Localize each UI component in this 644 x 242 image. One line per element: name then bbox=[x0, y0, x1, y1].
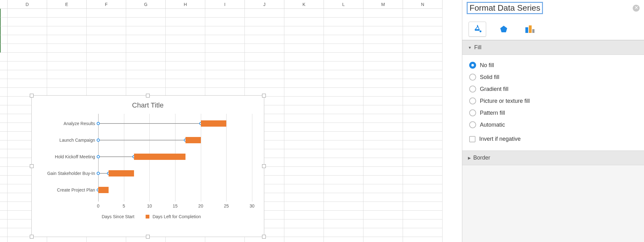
cell[interactable] bbox=[284, 140, 324, 149]
column-header[interactable]: D bbox=[8, 0, 47, 9]
column-header[interactable]: N bbox=[403, 0, 443, 9]
column-header[interactable]: F bbox=[87, 0, 126, 9]
resize-handle[interactable] bbox=[30, 164, 34, 168]
cell[interactable] bbox=[324, 176, 363, 184]
cell[interactable] bbox=[284, 149, 324, 158]
cell[interactable] bbox=[324, 97, 363, 105]
cell[interactable] bbox=[363, 44, 403, 53]
cell[interactable] bbox=[126, 53, 166, 61]
cell[interactable] bbox=[363, 26, 403, 35]
cell[interactable] bbox=[363, 237, 403, 242]
cell[interactable] bbox=[403, 53, 443, 61]
cell[interactable] bbox=[205, 79, 245, 88]
cell[interactable] bbox=[205, 18, 245, 26]
cell[interactable] bbox=[166, 35, 205, 44]
cell[interactable] bbox=[87, 9, 126, 18]
cell[interactable] bbox=[284, 105, 324, 114]
cell[interactable] bbox=[245, 44, 284, 53]
cell[interactable] bbox=[245, 79, 284, 88]
tab-effects[interactable] bbox=[495, 22, 513, 37]
cell[interactable] bbox=[363, 114, 403, 123]
cell[interactable] bbox=[8, 9, 47, 18]
cell[interactable] bbox=[363, 228, 403, 237]
tab-fill-line[interactable] bbox=[469, 22, 486, 37]
cell[interactable] bbox=[324, 237, 363, 242]
cell[interactable] bbox=[245, 9, 284, 18]
cell[interactable] bbox=[126, 44, 166, 53]
cell[interactable] bbox=[363, 219, 403, 228]
cell[interactable] bbox=[47, 70, 87, 79]
fill-option[interactable]: Picture or texture fill bbox=[469, 95, 637, 107]
cell[interactable] bbox=[363, 202, 403, 211]
cell[interactable] bbox=[245, 26, 284, 35]
cell[interactable] bbox=[284, 219, 324, 228]
cell[interactable] bbox=[363, 35, 403, 44]
cell[interactable] bbox=[47, 18, 87, 26]
cell[interactable] bbox=[324, 140, 363, 149]
cell[interactable] bbox=[324, 184, 363, 193]
cell[interactable] bbox=[284, 158, 324, 167]
cell[interactable] bbox=[245, 70, 284, 79]
section-header-fill[interactable]: ▼ Fill bbox=[462, 40, 644, 55]
cell[interactable] bbox=[324, 18, 363, 26]
column-header[interactable]: K bbox=[284, 0, 324, 9]
cell[interactable] bbox=[403, 44, 443, 53]
cell[interactable] bbox=[363, 53, 403, 61]
cell[interactable] bbox=[324, 35, 363, 44]
cell[interactable] bbox=[284, 167, 324, 176]
sidebar-title[interactable]: Format Data Series bbox=[467, 2, 543, 14]
cell[interactable] bbox=[324, 149, 363, 158]
cell[interactable] bbox=[166, 53, 205, 61]
cell[interactable] bbox=[284, 176, 324, 184]
cell[interactable] bbox=[284, 97, 324, 105]
cell[interactable] bbox=[87, 18, 126, 26]
cell[interactable] bbox=[47, 53, 87, 61]
cell[interactable] bbox=[8, 61, 47, 70]
cell[interactable] bbox=[284, 132, 324, 140]
resize-handle[interactable] bbox=[146, 235, 150, 239]
column-header[interactable]: J bbox=[245, 0, 284, 9]
fill-option[interactable]: Solid fill bbox=[469, 71, 637, 83]
cell[interactable] bbox=[403, 149, 443, 158]
cell[interactable] bbox=[284, 228, 324, 237]
cell[interactable] bbox=[205, 35, 245, 44]
cell[interactable] bbox=[284, 44, 324, 53]
cell[interactable] bbox=[324, 44, 363, 53]
cell[interactable] bbox=[205, 61, 245, 70]
cell[interactable] bbox=[324, 70, 363, 79]
cell[interactable] bbox=[403, 167, 443, 176]
chart-object[interactable]: Chart Title Analyze ResultsLaunch Campai… bbox=[31, 95, 264, 237]
cell[interactable] bbox=[166, 44, 205, 53]
cell[interactable] bbox=[8, 35, 47, 44]
cell[interactable] bbox=[403, 18, 443, 26]
chart-area[interactable]: Chart Title Analyze ResultsLaunch Campai… bbox=[35, 99, 261, 234]
cell[interactable] bbox=[324, 114, 363, 123]
bar-segment-series2[interactable] bbox=[134, 154, 185, 160]
cell[interactable] bbox=[403, 61, 443, 70]
cell[interactable] bbox=[284, 184, 324, 193]
cell[interactable] bbox=[47, 237, 87, 242]
cell[interactable] bbox=[126, 35, 166, 44]
cell[interactable] bbox=[324, 167, 363, 176]
cell[interactable] bbox=[245, 18, 284, 26]
close-icon[interactable]: ✕ bbox=[633, 5, 640, 12]
cell[interactable] bbox=[8, 53, 47, 61]
bar-segment-series2[interactable] bbox=[109, 170, 134, 176]
section-header-border[interactable]: ▶ Border bbox=[462, 150, 644, 165]
cell[interactable] bbox=[166, 237, 205, 242]
cell[interactable] bbox=[47, 44, 87, 53]
cell[interactable] bbox=[284, 70, 324, 79]
bar-segment-series1[interactable] bbox=[98, 123, 201, 124]
cell[interactable] bbox=[205, 237, 245, 242]
cell[interactable] bbox=[87, 53, 126, 61]
column-header[interactable]: I bbox=[205, 0, 245, 9]
cell[interactable] bbox=[324, 193, 363, 202]
cell[interactable] bbox=[126, 26, 166, 35]
bar-segment-series1[interactable] bbox=[98, 173, 109, 174]
cell[interactable] bbox=[166, 9, 205, 18]
cell[interactable] bbox=[126, 61, 166, 70]
cell[interactable] bbox=[284, 9, 324, 18]
cell[interactable] bbox=[8, 26, 47, 35]
cell[interactable] bbox=[363, 132, 403, 140]
cell[interactable] bbox=[403, 70, 443, 79]
